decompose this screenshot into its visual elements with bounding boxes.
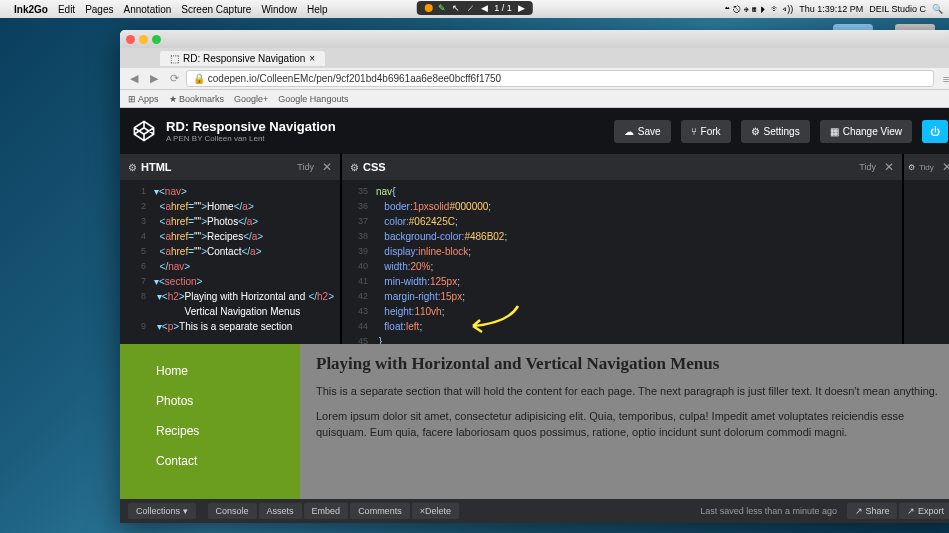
editor-label: CSS: [363, 161, 386, 173]
delete-button[interactable]: ×Delete: [412, 503, 459, 519]
gear-icon[interactable]: ⚙: [350, 162, 359, 173]
codepen-footer: Collections ▾ Console Assets Embed Comme…: [120, 499, 949, 523]
minimize-icon[interactable]: [139, 35, 148, 44]
css-code-area[interactable]: 35nav{ 36 boder:1px solid #000000; 37 co…: [342, 180, 902, 344]
css-editor: ⚙ CSS Tidy ✕ 35nav{ 36 boder:1px solid #…: [342, 154, 902, 344]
editor-header: ⚙ HTML Tidy ✕: [120, 154, 340, 180]
bookmark-item[interactable]: ⊞ Apps: [128, 94, 159, 104]
bookmarks-bar: ⊞ Apps ★ Bookmarks Google+ Google Hangou…: [120, 90, 949, 108]
tidy-button[interactable]: Tidy: [297, 162, 314, 172]
console-button[interactable]: Console: [208, 503, 257, 519]
tidy-button[interactable]: Tidy: [859, 162, 876, 172]
user[interactable]: DEIL Studio C: [869, 4, 926, 14]
settings-button[interactable]: ⚙ Settings: [741, 120, 810, 143]
pen-orange-icon[interactable]: [424, 4, 432, 12]
tab-bar: ⬚ RD: Responsive Navigation ×: [120, 48, 949, 68]
editor-header: ⚙ Tidy ✕: [904, 154, 949, 180]
codepen-header: RD: Responsive Navigation A PEN BY Colle…: [120, 108, 949, 154]
pen-title[interactable]: RD: Responsive Navigation: [166, 119, 604, 134]
menu-icon[interactable]: ≡: [938, 73, 949, 85]
chrome-window: ⬚ RD: Responsive Navigation × ◀ ▶ ⟳ 🔒 co…: [120, 30, 949, 523]
tab-close-icon[interactable]: ×: [309, 53, 315, 64]
gear-icon[interactable]: ⚙: [908, 163, 915, 172]
preview-content: Playing with Horizontal and Vertical Nav…: [300, 344, 949, 499]
forward-button[interactable]: ▶: [146, 72, 162, 85]
collections-button[interactable]: Collections ▾: [128, 503, 196, 519]
embed-button[interactable]: Embed: [304, 503, 349, 519]
menu-pages[interactable]: Pages: [85, 4, 113, 15]
preview-nav-link[interactable]: Home: [156, 356, 300, 386]
bookmark-item[interactable]: Google Hangouts: [278, 94, 348, 104]
cursor-icon[interactable]: ↖: [452, 3, 460, 13]
comments-button[interactable]: Comments: [350, 503, 410, 519]
close-icon[interactable]: [126, 35, 135, 44]
html-editor: ⚙ HTML Tidy ✕ 1▾<nav> 2 <a href="">Home<…: [120, 154, 340, 344]
status-icons[interactable]: ☁ ⎋ ⊕ ▦ ⏵ ᯤ ◁)): [725, 4, 793, 14]
app-name[interactable]: Ink2Go: [14, 4, 48, 15]
menu-screen-capture[interactable]: Screen Capture: [181, 4, 251, 15]
gear-icon[interactable]: ⚙: [128, 162, 137, 173]
collapse-icon[interactable]: ✕: [884, 160, 894, 174]
maximize-icon[interactable]: [152, 35, 161, 44]
mac-menubar: Ink2Go Edit Pages Annotation Screen Capt…: [0, 0, 949, 18]
clock[interactable]: Thu 1:39:12 PM: [799, 4, 863, 14]
preview-paragraph: This is a separate section that will hol…: [316, 384, 944, 399]
share-button[interactable]: ↗ Share: [847, 503, 898, 519]
preview-nav: Home Photos Recipes Contact: [120, 344, 300, 499]
bookmark-item[interactable]: ★ Bookmarks: [169, 94, 225, 104]
preview-heading: Playing with Horizontal and Vertical Nav…: [316, 354, 944, 374]
fork-button[interactable]: ⑂ Fork: [681, 120, 731, 143]
browser-tab[interactable]: ⬚ RD: Responsive Navigation ×: [160, 51, 325, 66]
codepen-logo-icon: [132, 119, 156, 143]
address-bar: ◀ ▶ ⟳ 🔒 codepen.io/ColleenEMc/pen/9cf201…: [120, 68, 949, 90]
editors-row: ⚙ HTML Tidy ✕ 1▾<nav> 2 <a href="">Home<…: [120, 154, 949, 344]
codepen-app: RD: Responsive Navigation A PEN BY Colle…: [120, 108, 949, 523]
pen-green-icon[interactable]: ✎: [438, 3, 446, 13]
menu-help[interactable]: Help: [307, 4, 328, 15]
preview-paragraph: Lorem ipsum dolor sit amet, consectetur …: [316, 409, 944, 440]
save-status: Last saved less than a minute ago: [700, 506, 837, 516]
assets-button[interactable]: Assets: [259, 503, 302, 519]
back-button[interactable]: ◀: [126, 72, 142, 85]
preview-nav-link[interactable]: Recipes: [156, 416, 300, 446]
back-icon[interactable]: ◀: [481, 3, 488, 13]
power-button[interactable]: ⏻: [922, 120, 948, 143]
js-editor-collapsed: ⚙ Tidy ✕: [904, 154, 949, 344]
url-input[interactable]: 🔒 codepen.io/ColleenEMc/pen/9cf201bd4b69…: [186, 70, 934, 87]
collapse-icon[interactable]: ✕: [322, 160, 332, 174]
editor-header: ⚙ CSS Tidy ✕: [342, 154, 902, 180]
save-button[interactable]: ☁ Save: [614, 120, 671, 143]
menu-annotation[interactable]: Annotation: [124, 4, 172, 15]
window-titlebar[interactable]: [120, 30, 949, 48]
page-indicator: 1 / 1: [494, 3, 512, 13]
preview-nav-link[interactable]: Contact: [156, 446, 300, 476]
export-button[interactable]: ↗ Export: [899, 503, 949, 519]
editor-label: HTML: [141, 161, 172, 173]
spotlight-icon[interactable]: 🔍: [932, 4, 943, 14]
menu-edit[interactable]: Edit: [58, 4, 75, 15]
preview-nav-link[interactable]: Photos: [156, 386, 300, 416]
menu-window[interactable]: Window: [261, 4, 297, 15]
bookmark-item[interactable]: Google+: [234, 94, 268, 104]
tidy-button[interactable]: Tidy: [919, 163, 934, 172]
reload-button[interactable]: ⟳: [166, 72, 182, 85]
html-code-area[interactable]: 1▾<nav> 2 <a href="">Home</a> 3 <a href=…: [120, 180, 340, 344]
tool-icon[interactable]: ⟋: [466, 3, 475, 13]
fwd-icon[interactable]: ▶: [518, 3, 525, 13]
pen-author[interactable]: A PEN BY Colleen van Lent: [166, 134, 604, 143]
change-view-button[interactable]: ▦ Change View: [820, 120, 912, 143]
collapse-icon[interactable]: ✕: [942, 160, 949, 174]
ink2go-toolbar[interactable]: ✎ ↖ ⟋ ◀ 1 / 1 ▶: [416, 1, 533, 15]
preview-pane: Home Photos Recipes Contact Playing with…: [120, 344, 949, 499]
